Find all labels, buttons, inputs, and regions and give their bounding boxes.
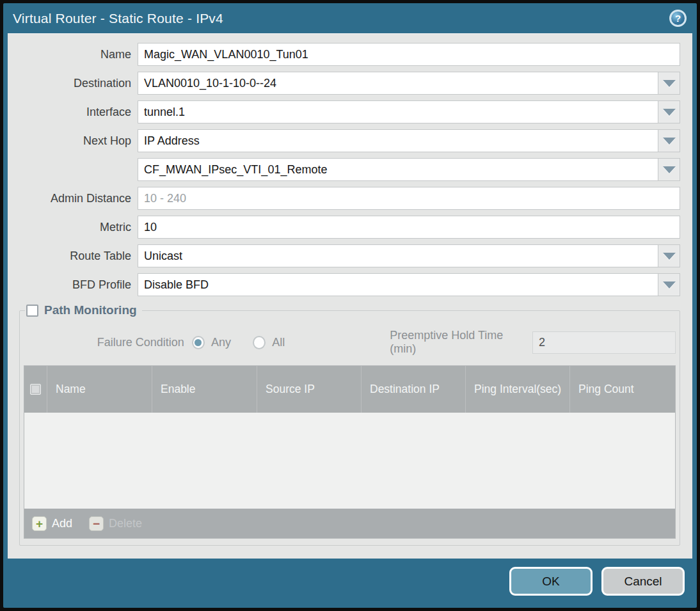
preemptive-hold-time-input[interactable] <box>532 331 676 354</box>
table-header-checkbox-cell <box>24 366 47 413</box>
dialog-footer: OK Cancel <box>3 559 697 608</box>
failure-condition-all-radio[interactable] <box>253 336 266 349</box>
column-header-name[interactable]: Name <box>47 366 152 413</box>
destination-dropdown-button[interactable] <box>658 72 680 95</box>
preemptive-hold-time-label: Preemptive Hold Time (min) <box>390 329 532 356</box>
failure-condition-all-label: All <box>272 336 285 349</box>
row-destination: Destination <box>19 72 680 95</box>
row-bfd-profile: BFD Profile <box>19 273 680 296</box>
interface-input[interactable] <box>138 100 658 123</box>
chevron-down-icon <box>663 166 676 173</box>
dialog-frame: Virtual Router - Static Route - IPv4 ? N… <box>3 3 697 608</box>
select-all-checkbox[interactable] <box>30 384 41 395</box>
interface-dropdown-button[interactable] <box>658 100 680 123</box>
dialog-window: Virtual Router - Static Route - IPv4 ? N… <box>0 0 700 611</box>
path-monitoring-table: Name Enable Source IP Destination IP Pin… <box>24 365 676 539</box>
chevron-down-icon <box>663 80 676 87</box>
column-header-ping-interval[interactable]: Ping Interval(sec) <box>465 366 569 413</box>
row-metric: Metric <box>19 216 680 239</box>
table-body-empty <box>24 413 675 509</box>
next-hop-label: Next Hop <box>19 134 138 148</box>
route-table-input[interactable] <box>138 244 658 267</box>
add-button[interactable]: + Add <box>32 516 72 531</box>
minus-icon: − <box>89 516 104 531</box>
bfd-profile-label: BFD Profile <box>19 278 138 292</box>
add-button-label: Add <box>52 517 72 530</box>
failure-condition-any-radio[interactable] <box>192 336 205 349</box>
destination-input[interactable] <box>138 72 658 95</box>
next-hop-type-input[interactable] <box>138 129 658 152</box>
column-header-destination-ip[interactable]: Destination IP <box>361 366 465 413</box>
bfd-profile-input[interactable] <box>138 273 658 296</box>
name-label: Name <box>19 48 138 61</box>
column-header-enable[interactable]: Enable <box>152 366 257 413</box>
next-hop-address-dropdown-button[interactable] <box>658 158 680 181</box>
name-input[interactable] <box>138 43 680 66</box>
interface-label: Interface <box>19 106 138 119</box>
row-route-table: Route Table <box>19 244 680 267</box>
delete-button[interactable]: − Delete <box>89 516 142 531</box>
path-monitoring-section: Path Monitoring Failure Condition Any Al… <box>19 303 680 546</box>
chevron-down-icon <box>663 253 676 260</box>
row-next-hop-address <box>19 158 680 181</box>
failure-condition-label: Failure Condition <box>24 336 192 349</box>
next-hop-address-input[interactable] <box>138 158 658 181</box>
chevron-down-icon <box>663 138 676 145</box>
plus-icon: + <box>32 516 47 531</box>
bfd-profile-dropdown-button[interactable] <box>658 273 680 296</box>
help-icon[interactable]: ? <box>669 10 687 27</box>
metric-label: Metric <box>19 221 138 234</box>
radio-dot <box>195 339 202 346</box>
column-header-source-ip[interactable]: Source IP <box>257 366 361 413</box>
destination-label: Destination <box>19 77 138 90</box>
column-header-ping-count[interactable]: Ping Count <box>569 366 675 413</box>
path-monitoring-title: Path Monitoring <box>44 303 137 317</box>
route-table-label: Route Table <box>19 250 138 263</box>
dialog-title: Virtual Router - Static Route - IPv4 <box>13 11 223 26</box>
row-next-hop: Next Hop <box>19 129 680 152</box>
admin-distance-label: Admin Distance <box>19 192 138 205</box>
ok-button[interactable]: OK <box>509 567 593 596</box>
next-hop-dropdown-button[interactable] <box>658 129 680 152</box>
chevron-down-icon <box>663 109 676 116</box>
metric-input[interactable] <box>138 216 680 239</box>
row-admin-distance: Admin Distance <box>19 187 680 210</box>
route-table-dropdown-button[interactable] <box>658 244 680 267</box>
row-name: Name <box>19 43 680 66</box>
path-monitoring-checkbox[interactable] <box>26 305 38 317</box>
chevron-down-icon <box>663 282 676 289</box>
path-monitoring-legend: Path Monitoring <box>25 303 142 317</box>
failure-condition-any-label: Any <box>211 336 231 349</box>
admin-distance-input[interactable] <box>138 187 680 210</box>
failure-condition-row: Failure Condition Any All Preemptive Hol… <box>24 329 676 356</box>
row-interface: Interface <box>19 100 680 123</box>
titlebar: Virtual Router - Static Route - IPv4 ? <box>3 3 697 33</box>
dialog-content: Name Destination Interface <box>8 33 692 559</box>
table-header-row: Name Enable Source IP Destination IP Pin… <box>24 366 675 413</box>
cancel-button[interactable]: Cancel <box>601 567 685 596</box>
delete-button-label: Delete <box>109 517 142 530</box>
table-toolbar: + Add − Delete <box>24 509 675 538</box>
